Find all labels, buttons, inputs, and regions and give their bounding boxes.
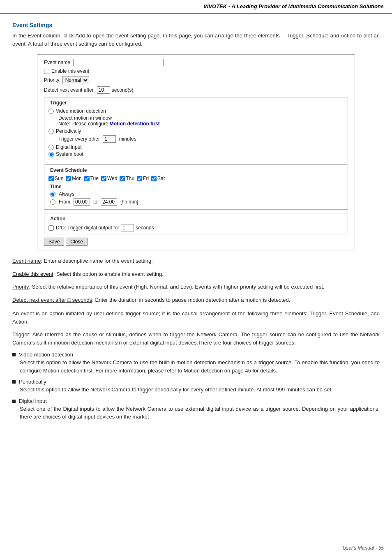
trigger-section: Trigger Video motion detection Detect mo…: [44, 97, 348, 161]
day-thu[interactable]: Thu: [120, 176, 134, 181]
motion-note-text: Note: Please configure: [58, 121, 110, 127]
detect-value-input[interactable]: [97, 86, 110, 94]
action-section: Action D/O: Trigger digital output for s…: [44, 213, 348, 234]
motion-detection-link[interactable]: Motion detection first: [110, 121, 160, 127]
bullet-digital: Digital input Select one of the Digital …: [12, 398, 380, 421]
event-name-input[interactable]: [73, 59, 164, 66]
day-tue[interactable]: Tue: [84, 176, 99, 181]
middle-para: An event is an action initiated by user-…: [12, 310, 380, 326]
event-name-label: Event name:: [44, 60, 71, 65]
intro-text: In the Event column, click Add to open t…: [12, 32, 380, 48]
bullet-video-desc: Select this option to allow the Network …: [20, 358, 380, 375]
trigger-underline: Trigger: [12, 331, 29, 338]
close-button[interactable]: Close: [66, 238, 88, 246]
event-name-desc-text: : Enter a descriptive name for the event…: [41, 258, 152, 264]
trigger-digital-label: Digital input: [56, 144, 82, 150]
bullet-video: Video motion detection Select this optio…: [12, 352, 380, 375]
day-mon[interactable]: Mon: [66, 176, 81, 181]
enable-event-desc: Enable this event: Select this option to…: [12, 270, 380, 278]
motion-note-row: Note: Please configure Motion detection …: [58, 121, 344, 127]
time-from-radio[interactable]: [50, 199, 55, 205]
schedule-legend: Event Schedule: [48, 167, 344, 173]
enable-event-desc-text: : Select this option to enable this even…: [53, 271, 164, 277]
time-from-label: From: [59, 199, 70, 205]
action-unit: seconds: [136, 225, 154, 231]
time-label: Time: [50, 184, 344, 190]
bullet-periodic: Periodically Select this option to allow…: [12, 379, 380, 394]
bullet-digital-label: Digital input: [19, 398, 47, 404]
time-always-radio[interactable]: [50, 192, 55, 197]
priority-desc: Priority: Select the relative importance…: [12, 283, 380, 291]
priority-underline: Priority: [12, 284, 29, 290]
trigger-video-radio[interactable]: [48, 109, 54, 114]
detect-motion-label: Detect motion in window: [58, 115, 112, 121]
action-row: D/O: Trigger digital output for seconds: [48, 224, 344, 231]
bullet-periodic-label: Periodically: [19, 379, 46, 385]
time-to-label: to: [93, 199, 97, 205]
day-wed[interactable]: Wed: [101, 176, 117, 181]
priority-desc-text: : Select the relative importance of this…: [29, 284, 324, 290]
detect-desc: Detect next event after □ seconds: Enter…: [12, 296, 380, 304]
event-name-desc: Event name: Enter a descriptive name for…: [12, 257, 380, 265]
footer-text: User's Manual - 55: [343, 545, 384, 551]
priority-label: Priority:: [44, 77, 61, 83]
detect-motion-row: Detect motion in window: [58, 115, 344, 121]
periodic-unit: minutes: [119, 136, 136, 142]
action-value-input[interactable]: [121, 224, 134, 231]
section-title: Event Settings: [12, 22, 380, 28]
trigger-sysboot-label: System boot: [56, 151, 83, 157]
action-checkbox[interactable]: [48, 225, 54, 231]
enable-event-checkbox[interactable]: [44, 69, 49, 74]
bullet-digital-desc: Select one of the Digital inputs to allo…: [20, 405, 380, 421]
schedule-section: Event Schedule Sun Mon Tue Wed Thu Fri S…: [44, 164, 348, 210]
trigger-video-label: Video motion detection: [56, 108, 106, 114]
periodic-row: Trigger every other minutes: [58, 135, 344, 143]
trigger-desc: Trigger: Also referred as the cause or s…: [12, 331, 380, 347]
time-hhmm-label: [hh:mm]: [120, 199, 138, 205]
save-button[interactable]: Save: [44, 238, 64, 246]
detect-unit: second(s).: [112, 87, 135, 93]
day-sun[interactable]: Sun: [48, 176, 63, 181]
day-fri[interactable]: Fri: [137, 176, 149, 181]
event-form: Event name: Enable this event Priority: …: [37, 54, 355, 250]
trigger-sysboot-radio[interactable]: [48, 152, 54, 157]
time-always-label: Always: [59, 191, 74, 197]
day-sat[interactable]: Sat: [151, 176, 165, 181]
days-row: Sun Mon Tue Wed Thu Fri Sat: [48, 176, 344, 181]
page-footer: User's Manual - 55: [343, 545, 384, 551]
trigger-periodic-label: Periodically: [56, 128, 81, 134]
descriptions: Event name: Enter a descriptive name for…: [12, 257, 380, 421]
periodic-label: Trigger every other: [58, 136, 100, 142]
time-from-input[interactable]: [74, 198, 90, 206]
trigger-periodic-radio[interactable]: [48, 129, 54, 134]
detect-desc-text: : Enter the duration in seconds to pause…: [92, 297, 290, 303]
time-to-input[interactable]: [101, 198, 117, 206]
event-name-underline: Event name: [12, 258, 41, 264]
trigger-legend: Trigger: [48, 100, 344, 106]
bullet-square-icon: [12, 400, 16, 403]
bullet-square-icon: [12, 353, 16, 356]
action-legend: Action: [48, 216, 344, 222]
time-section: Time Always From to [hh:mm]: [50, 184, 344, 206]
trigger-digital-radio[interactable]: [48, 145, 54, 150]
priority-select[interactable]: Normal High Low: [62, 76, 89, 84]
enable-event-underline: Enable this event: [12, 271, 53, 277]
form-buttons: Save Close: [44, 238, 348, 246]
detect-label: Detect next event after: [44, 87, 94, 93]
enable-event-label: Enable this event: [51, 68, 89, 74]
periodic-value-input[interactable]: [103, 135, 116, 143]
trigger-desc-text: : Also referred as the cause or stimulus…: [12, 331, 380, 346]
detect-underline: Detect next event after □ seconds: [12, 297, 92, 303]
action-label: D/O: Trigger digital output for: [56, 225, 119, 231]
header-title: VIVOTEK - A Leading Provider of Multimed…: [203, 3, 384, 9]
bullet-periodic-desc: Select this option to allow the Network …: [20, 386, 380, 394]
bullet-square-icon: [12, 380, 16, 384]
bullet-video-label: Video motion detection: [19, 352, 73, 358]
